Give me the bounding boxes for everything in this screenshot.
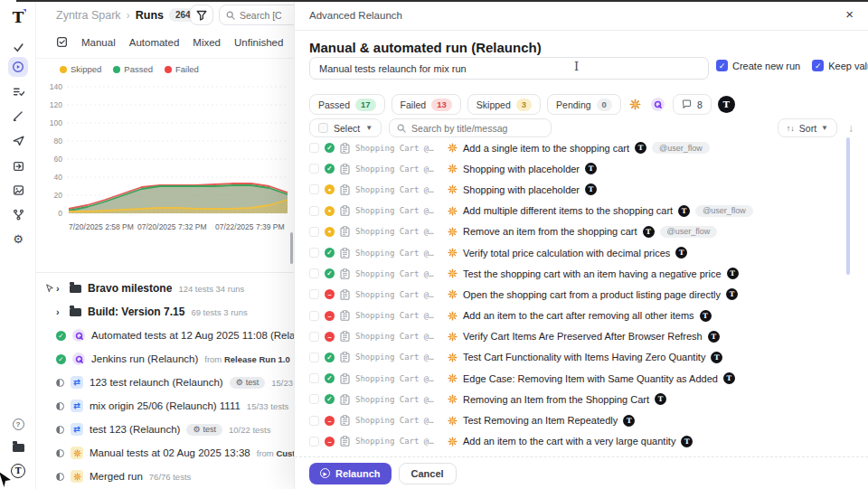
chip-label: Failed [401, 99, 427, 110]
expand-chevron-icon[interactable]: › [56, 306, 63, 317]
row-checkbox[interactable] [309, 268, 319, 278]
relaunch-button[interactable]: ▶ Relaunch [309, 463, 392, 484]
row-checkbox[interactable] [309, 311, 319, 321]
test-case-row[interactable]: –Shopping Cart @…Open the shopping cart … [309, 284, 848, 305]
row-checkbox[interactable] [309, 332, 319, 342]
test-case-row[interactable]: ✓Shopping Cart @…Test the shopping cart … [309, 263, 848, 284]
row-checkbox[interactable] [309, 373, 319, 383]
row-checkbox[interactable] [309, 143, 319, 153]
test-case-row[interactable]: –Shopping Cart @…Test Removing an Item R… [309, 409, 848, 430]
modal-footer: ▶ Relaunch Cancel [295, 456, 868, 489]
download-icon[interactable]: ↓ [848, 122, 854, 135]
chip-count-badge: 17 [355, 99, 376, 111]
test-case-row[interactable]: ●Shopping Cart @…Remove an item from the… [309, 221, 848, 242]
test-case-row[interactable]: ●Shopping Cart @…Shopping with placehold… [309, 179, 848, 200]
list-toolbar: Select ▼ ↑↓ Sort ▼ ↓ [309, 118, 854, 137]
export-box-icon[interactable] [8, 155, 28, 175]
owner-avatar[interactable]: T [718, 96, 735, 113]
case-reference: Shopping Cart @… [355, 185, 442, 194]
create-new-run-option[interactable]: ✓ Create new run [716, 60, 800, 71]
test-case-row[interactable]: ✓Shopping Cart @…Shopping with placehold… [309, 158, 848, 179]
test-case-row[interactable]: ●Shopping Cart @…Add multiple different … [309, 201, 848, 221]
row-checkbox[interactable] [309, 353, 319, 362]
reports-icon[interactable] [8, 180, 28, 200]
send-plane-icon[interactable] [8, 130, 28, 150]
tree-run-row[interactable]: ⇄test 123 (Relaunch)⚙test10/22 tests [36, 418, 294, 441]
manual-run-icon [448, 437, 458, 447]
run-meta: 69 tests 3 runs [191, 307, 247, 317]
filter-button[interactable] [190, 5, 213, 25]
tree-run-row[interactable]: Merged run76/76 tests [36, 465, 294, 488]
branch-icon[interactable] [8, 204, 28, 224]
panel-scrollbar[interactable] [290, 232, 293, 264]
case-search-input[interactable] [411, 123, 538, 134]
test-runs-icon[interactable] [8, 57, 28, 77]
filter-chip-failed[interactable]: Failed13 [392, 94, 461, 115]
app-logo[interactable]: T [8, 7, 28, 27]
filter-chip-passed[interactable]: Passed17 [309, 94, 385, 115]
tab-unfinished[interactable]: Unfinished [234, 37, 283, 48]
tab-manual[interactable]: Manual [81, 37, 116, 48]
tree-run-row[interactable]: ✓Automated tests at 12 Aug 2025 11:08 (R… [36, 324, 294, 347]
compose-icon[interactable] [8, 106, 28, 126]
row-checkbox[interactable] [309, 437, 319, 447]
projects-folder-icon[interactable] [8, 437, 28, 457]
test-cases-icon[interactable] [8, 37, 28, 57]
keep-values-checkbox[interactable]: ✓ [812, 60, 824, 71]
row-checkbox[interactable] [309, 394, 319, 404]
tree-run-row[interactable]: ✓Jenkins run (Relaunch)from Release Run … [36, 347, 294, 371]
tree-run-row[interactable]: Manual tests at 02 Aug 2025 13:38from Cu… [36, 441, 294, 465]
create-new-run-checkbox[interactable]: ✓ [716, 60, 728, 71]
mixed-run-icon: ⇄ [71, 423, 83, 436]
keep-values-option[interactable]: ✓ Keep values ? [812, 60, 868, 71]
status-in-progress-icon [56, 473, 64, 481]
row-checkbox[interactable] [309, 416, 319, 426]
test-case-row[interactable]: ✓Shopping Cart @…Test Cart Functionality… [309, 347, 848, 368]
tree-run-row[interactable]: ⇄mix origin 25/06 (Relaunch) 111115/33 t… [36, 394, 294, 418]
tree-folder-row[interactable]: ›Bravo milestone124 tests 34 runs [36, 277, 294, 300]
test-case-row[interactable]: ✓Shopping Cart @…Edge Case: Removing Ite… [309, 368, 848, 389]
case-title: Test Cart Functionality with Items Havin… [463, 352, 705, 362]
filter-chip-pending[interactable]: Pending0 [547, 94, 621, 115]
case-search-box[interactable] [389, 118, 552, 137]
tree-folder-row[interactable]: ›Build: Version 7.1569 tests 3 runs [36, 300, 294, 324]
row-checkbox[interactable] [309, 206, 319, 216]
test-case-row[interactable]: –Shopping Cart @…Add an item to the cart… [309, 306, 848, 326]
tree-run-row[interactable]: ⇄123 test relaunch (Relaunch)⚙test15/23 … [36, 371, 294, 394]
run-name-input[interactable] [309, 57, 709, 80]
help-icon[interactable]: ? [8, 414, 28, 434]
expand-chevron-icon[interactable]: › [56, 283, 63, 294]
row-checkbox[interactable] [309, 184, 319, 194]
select-dropdown[interactable]: Select ▼ [309, 118, 382, 137]
comments-filter-chip[interactable]: 8 [673, 94, 712, 115]
row-checkbox[interactable] [309, 164, 319, 174]
breadcrumb-project[interactable]: Zyntra Spark [56, 9, 121, 22]
test-case-row[interactable]: ✓Shopping Cart @…Verify total price calc… [309, 242, 848, 263]
legend-dot [60, 66, 67, 73]
tab-mixed[interactable]: Mixed [193, 37, 221, 48]
test-case-row[interactable]: –Shopping Cart @…Add an item to the cart… [309, 431, 848, 452]
cancel-button[interactable]: Cancel [399, 463, 457, 484]
sort-dropdown[interactable]: ↑↓ Sort ▼ [778, 118, 837, 137]
filter-chip-manual-icon[interactable] [627, 94, 643, 115]
filter-chip-skipped[interactable]: Skipped3 [467, 94, 541, 115]
test-case-row[interactable]: ✓Shopping Cart @…Removing an Item from t… [309, 389, 848, 409]
filter-chip-automated-icon[interactable] [649, 94, 666, 115]
test-case-row[interactable]: ✓Shopping Cart @…Add a single item to th… [309, 137, 848, 158]
row-checkbox[interactable] [309, 248, 319, 258]
tab-automated[interactable]: Automated [129, 37, 180, 48]
close-icon[interactable]: × [845, 6, 854, 22]
run-from: from Release Run 1.0 [204, 354, 290, 364]
checklist-icon[interactable] [8, 81, 28, 101]
test-case-row[interactable]: –Shopping Cart @…Verify Cart Items Are P… [309, 326, 848, 347]
select-runs-icon[interactable] [56, 36, 68, 48]
row-checkbox[interactable] [309, 289, 319, 299]
settings-gear-icon[interactable]: ⚙ [8, 229, 28, 249]
runs-search-input[interactable] [240, 10, 296, 21]
case-title: Remove an item from the shopping cart [463, 226, 637, 237]
case-title: Add multiple different items to the shop… [463, 205, 673, 216]
modal-scrollbar[interactable] [846, 137, 850, 275]
row-checkbox[interactable] [309, 227, 319, 237]
case-reference: Shopping Cart @… [355, 206, 442, 215]
select-all-checkbox[interactable] [318, 123, 328, 133]
